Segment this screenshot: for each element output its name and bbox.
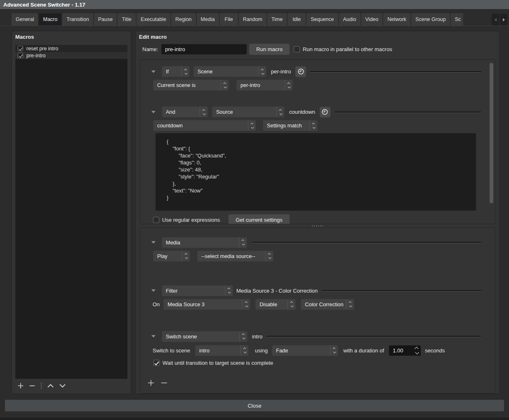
macro-page: Macros reset pre intro pre-intro [0,26,509,394]
chevron-down-icon [59,383,66,389]
duration-modifier-button[interactable] [320,107,330,117]
tab-general[interactable]: General [12,13,38,26]
tab-truncated[interactable]: Sc [451,13,463,26]
window-titlebar: Advanced Scene Switcher - 1.17 [0,0,509,9]
run-parallel-checkbox[interactable] [294,46,300,52]
combo-arrows-icon [225,286,233,296]
tab-pause[interactable]: Pause [94,13,117,26]
scroll-left-icon [495,18,497,21]
header-separator-line [322,290,481,291]
duration-modifier-button[interactable] [295,66,306,77]
minus-icon [160,379,168,387]
clock-icon [321,108,328,115]
tab-region[interactable]: Region [171,13,196,26]
source-select[interactable]: countdown [153,120,256,131]
combo-arrows-icon [309,120,317,131]
condition-type-select[interactable]: Scene [193,66,266,77]
move-macro-up-button[interactable] [47,383,54,389]
filter-source-select[interactable]: Media Source 3 [163,299,250,310]
add-macro-button[interactable] [17,382,24,389]
tab-scroll-right-button[interactable] [500,14,507,26]
collapse-triangle-icon[interactable] [151,111,156,113]
tab-video[interactable]: Video [361,13,383,26]
add-action-button[interactable] [147,379,155,387]
chevron-up-icon [47,383,54,389]
conditions-scrollbar[interactable] [490,63,493,203]
media-source-select[interactable]: --select media source-- [197,251,273,262]
remove-action-button[interactable] [160,379,168,387]
macro-list[interactable]: reset pre intro pre-intro [15,45,127,379]
action-type-select[interactable]: Switch scene [162,331,247,342]
name-label: Name: [142,46,158,52]
use-regex-checkbox[interactable] [153,217,159,223]
get-current-settings-button[interactable]: Get current settings [229,214,289,224]
combo-arrows-icon [285,80,292,90]
source-settings-textarea[interactable]: { "font": { "face": "Quicksand", "flags"… [156,133,476,211]
macro-enabled-checkbox[interactable] [18,46,23,51]
wait-transition-checkbox[interactable] [153,360,160,366]
compare-mode-select[interactable]: Settings match [263,120,318,131]
tab-title[interactable]: Title [118,13,136,26]
collapse-triangle-icon[interactable] [151,70,156,73]
edit-macro-title: Edit macro [139,34,499,40]
tab-random[interactable]: Random [239,13,266,26]
tab-sequence[interactable]: Sequence [306,13,338,26]
move-macro-down-button[interactable] [59,383,66,389]
tab-time[interactable]: Time [267,13,287,26]
macro-enabled-checkbox[interactable] [18,53,23,58]
condition-row-header: And Source countdown [140,106,495,117]
filter-select[interactable]: Color Correction [301,299,354,310]
action-type-select[interactable]: Filter [162,285,233,296]
duration-spinbox[interactable]: 1.00 [389,345,421,356]
macro-list-item[interactable]: reset pre intro [15,45,127,52]
tab-scene-group[interactable]: Scene Group [411,13,450,26]
remove-macro-button[interactable] [28,382,36,389]
splitter-handle[interactable] [136,224,499,228]
tab-executable[interactable]: Executable [137,13,170,26]
combo-arrows-icon [265,251,273,261]
minus-icon [28,382,36,389]
target-scene-select[interactable]: intro [195,345,249,356]
collapse-triangle-icon[interactable] [151,335,156,338]
combo-arrows-icon [182,251,190,261]
scene-select[interactable]: per-intro [236,80,293,91]
logic-select[interactable]: If [162,66,190,77]
macro-list-item[interactable]: pre-intro [15,52,127,59]
plus-icon [17,382,24,389]
filter-mode-select[interactable]: Disable [255,299,296,310]
tab-file[interactable]: File [220,13,238,26]
tab-transition[interactable]: Transition [62,13,93,26]
regex-row: Use regular expressions Get current sett… [140,214,495,224]
run-macro-button[interactable]: Run macro [249,44,290,55]
collapse-triangle-icon[interactable] [151,289,156,292]
transition-select[interactable]: Fade [272,345,338,356]
combo-arrows-icon [242,299,250,310]
action-row-detail: Switch to scene intro using Fade with a … [140,345,495,356]
action-type-select[interactable]: Media [162,237,247,248]
scene-condition-select[interactable]: Current scene is [153,80,229,91]
media-action-select[interactable]: Play [153,251,190,262]
action-toolbar [147,379,495,387]
condition-row-header: If Scene per-intro [140,66,495,77]
macro-name-input[interactable] [161,44,247,54]
tab-macro[interactable]: Macro [39,13,61,26]
action-row-detail: Play --select media source-- [140,251,495,262]
tab-audio[interactable]: Audio [339,13,361,26]
combo-arrows-icon [200,107,207,117]
logic-select[interactable]: And [162,106,208,117]
combo-arrows-icon [276,107,284,117]
tab-scroll-left-button[interactable] [492,14,499,26]
tab-media[interactable]: Media [197,13,219,26]
combo-arrows-icon [239,237,247,248]
close-button[interactable]: Close [5,400,504,411]
duration-value: 1.00 [389,347,415,354]
toolbar-separator [41,382,42,389]
action-row-header: Filter Media Source 3 - Color Correction [140,285,495,296]
collapse-triangle-icon[interactable] [151,241,156,244]
tab-network[interactable]: Network [383,13,410,26]
run-parallel-label: Run macro in parallel to other macros [303,46,392,52]
condition-type-select[interactable]: Source [212,106,285,117]
combo-arrows-icon [287,299,295,310]
tab-idle[interactable]: Idle [287,13,306,26]
spinbox-arrows-icon[interactable] [415,347,421,354]
